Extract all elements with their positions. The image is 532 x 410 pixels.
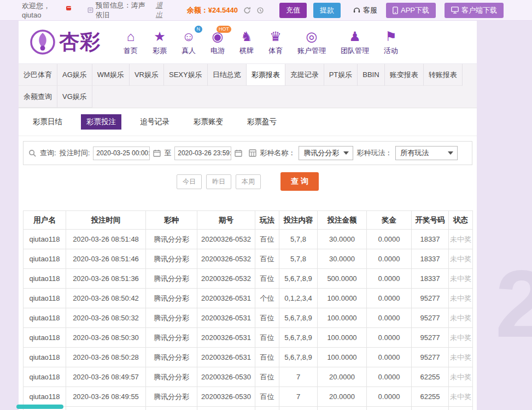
table-row: qiutao118 2020-03-26 08:49:45 腾讯分分彩 2020… <box>24 407 473 410</box>
horizontal-scrollbar-thumb[interactable] <box>16 405 63 409</box>
search-button[interactable]: 查 询 <box>280 172 319 191</box>
phone-icon <box>393 7 398 14</box>
nav-item[interactable]: ◎ 账户管理 <box>297 29 326 56</box>
cell-bet-amount: 60.0000 <box>318 407 367 410</box>
cell-prize: 0.0000 <box>367 407 412 410</box>
lottery-subtab-label: 追号记录 <box>140 118 169 126</box>
cell-username: qiutao118 <box>24 328 66 348</box>
report-tab[interactable]: VR娱乐 <box>130 64 164 86</box>
report-tab[interactable]: BBIN <box>358 64 384 86</box>
report-tab[interactable]: 充提记录 <box>285 64 324 86</box>
cell-lottery-name: 腾讯分分彩 <box>146 387 197 407</box>
deposit-button[interactable]: 充值 <box>279 3 307 18</box>
search-icon <box>28 149 37 157</box>
report-tab[interactable]: 账变报表 <box>385 64 424 86</box>
table-header-cell: 投注金额 <box>318 211 367 230</box>
cell-bet-amount: 30.0000 <box>318 249 367 269</box>
table-row: qiutao118 2020-03-26 08:51:46 腾讯分分彩 2020… <box>24 249 473 269</box>
reserved-info-text: 预留信息：涛声依旧 <box>96 1 149 20</box>
cell-draw-number: 95277 <box>412 289 449 308</box>
nav-item[interactable]: ⌂ 首页 <box>124 29 138 56</box>
report-tab[interactable]: 日结总览 <box>208 64 247 86</box>
table-header-row: 用户名 投注时间 彩种 期号 玩法 投注内容 投注金额 奖金 开奖号码 <box>24 211 473 230</box>
lottery-name-select[interactable]: 腾讯分分彩 <box>299 146 353 160</box>
cell-status: 未中奖 <box>449 328 473 348</box>
cell-issue-number: 20200326-0530 <box>197 367 255 387</box>
cell-play-type: 百位 <box>255 308 279 328</box>
lottery-subtab[interactable]: 追号记录 <box>135 114 175 130</box>
table-row: qiutao118 2020-03-26 08:50:30 腾讯分分彩 2020… <box>24 328 473 348</box>
table-row: qiutao118 2020-03-26 08:50:28 腾讯分分彩 2020… <box>24 348 473 367</box>
cell-lottery-name: 腾讯分分彩 <box>146 348 197 367</box>
report-tab-label: SEXY娱乐 <box>169 71 202 79</box>
table-header-cell: 投注时间 <box>66 211 146 230</box>
cell-bet-amount: 500.0000 <box>318 269 367 289</box>
account-manage-icon: ◎ <box>306 29 318 44</box>
reserved-info: 预留信息：涛声依旧 <box>87 1 149 20</box>
report-tab-label: WM娱乐 <box>97 71 124 79</box>
nav-item[interactable]: ★ 彩票 <box>153 29 167 56</box>
cell-prize: 0.0000 <box>367 249 412 269</box>
nav-item[interactable]: ⚑ 活动 <box>384 29 398 56</box>
cell-lottery-name: 腾讯分分彩 <box>146 328 197 348</box>
cell-bet-amount: 100.0000 <box>318 328 367 348</box>
cell-bet-content: 7 <box>279 367 318 387</box>
report-tab[interactable]: WM娱乐 <box>92 64 130 86</box>
report-tab[interactable]: SEXY娱乐 <box>164 64 208 86</box>
lottery-subtab[interactable]: 彩票投注 <box>81 114 121 130</box>
table-row: qiutao118 2020-03-26 08:51:36 腾讯分分彩 2020… <box>24 269 473 289</box>
cell-lottery-name: 腾讯分分彩 <box>146 230 197 249</box>
report-tab[interactable]: 转账报表 <box>424 64 463 86</box>
client-download-button[interactable]: 客户端下载 <box>445 3 504 18</box>
cell-issue-number: 20200326-0531 <box>197 328 255 348</box>
cell-lottery-name: 腾讯分分彩 <box>146 308 197 328</box>
cell-bet-time: 2020-03-26 08:50:32 <box>66 308 146 328</box>
lottery-subtab[interactable]: 彩票盈亏 <box>242 114 282 130</box>
report-tab[interactable]: VG娱乐 <box>57 86 92 108</box>
report-tab[interactable]: AG娱乐 <box>57 64 92 86</box>
nav-item[interactable]: ♟ 团队管理 <box>341 29 369 56</box>
customer-service-link[interactable]: 客服 <box>353 5 377 15</box>
cell-bet-content: 5,6,7,8,9 <box>279 269 318 289</box>
logout-link[interactable]: 退出 <box>156 1 167 20</box>
withdraw-button[interactable]: 提款 <box>313 3 341 18</box>
refresh-balance-icon[interactable] <box>243 7 251 14</box>
cell-status: 未中奖 <box>449 308 473 328</box>
report-tab[interactable]: 沙巴体育 <box>19 64 57 86</box>
bet-time-from-input[interactable]: 2020-03-25 00:00:00 <box>93 147 150 160</box>
nav-item[interactable]: ♞ 棋牌 <box>239 29 254 56</box>
quick-range-button[interactable]: 今日 <box>177 174 202 189</box>
nav-item[interactable]: N ☺ 真人 <box>182 29 196 56</box>
cell-play-type: 百位 <box>255 269 279 289</box>
cell-username: qiutao118 <box>24 367 66 387</box>
lottery-subtab[interactable]: 彩票账变 <box>188 114 229 130</box>
calendar-icon[interactable] <box>153 149 161 157</box>
report-tab[interactable]: 彩票报表 <box>247 64 285 86</box>
report-tab-label: 余额查询 <box>24 92 52 101</box>
nav-item[interactable]: HOT ◉ 电游 <box>211 29 225 56</box>
quick-range-button[interactable]: 本周 <box>236 174 261 189</box>
query-label: 查询: <box>40 148 56 158</box>
bet-time-to-input[interactable]: 2020-03-26 23:59:59 <box>174 147 231 160</box>
cell-prize: 0.0000 <box>367 348 412 367</box>
quick-range-button[interactable]: 昨日 <box>206 174 231 189</box>
calendar-icon[interactable] <box>235 149 242 157</box>
report-tab-label: 沙巴体育 <box>24 71 52 79</box>
cell-status: 未中奖 <box>449 407 473 410</box>
cell-lottery-name: 腾讯分分彩 <box>146 249 197 269</box>
lottery-subtab[interactable]: 彩票日结 <box>27 114 68 130</box>
nav-item[interactable]: ♛ 体育 <box>268 29 283 56</box>
cell-bet-amount: 30.0000 <box>318 230 367 249</box>
lottery-filter-icon <box>249 149 256 157</box>
brand-logo[interactable]: 杏彩 <box>28 28 101 56</box>
play-type-select[interactable]: 所有玩法 <box>395 146 458 160</box>
app-download-button[interactable]: APP下载 <box>386 3 436 18</box>
table-row: qiutao118 2020-03-26 08:49:57 腾讯分分彩 2020… <box>24 367 473 387</box>
cell-issue-number: 20200326-0530 <box>197 407 255 410</box>
report-tab-label: PT娱乐 <box>329 71 353 79</box>
cell-prize: 0.0000 <box>367 269 412 289</box>
report-tab[interactable]: 余额查询 <box>19 86 57 108</box>
report-tab[interactable]: PT娱乐 <box>324 64 358 86</box>
sync-icon[interactable] <box>256 7 264 14</box>
notification-message-icon[interactable] <box>66 6 71 10</box>
